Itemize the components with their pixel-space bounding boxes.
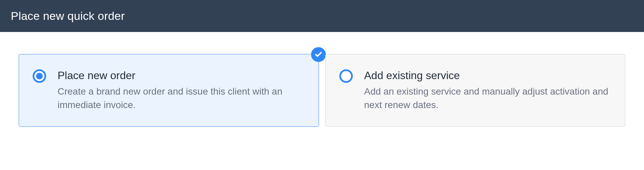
option-description: Add an existing service and manually adj… xyxy=(364,85,609,112)
option-add-existing-service[interactable]: Add existing service Add an existing ser… xyxy=(325,54,626,127)
options-container: Place new order Create a brand new order… xyxy=(0,32,644,140)
page-title: Place new quick order xyxy=(11,9,633,23)
radio-selected-icon xyxy=(33,69,46,83)
option-title: Add existing service xyxy=(364,69,609,83)
radio-inner-dot xyxy=(36,73,43,79)
option-text-block: Place new order Create a brand new order… xyxy=(58,69,302,112)
check-icon xyxy=(314,50,323,59)
selected-check-badge xyxy=(311,47,326,62)
option-title: Place new order xyxy=(58,69,302,83)
radio-unselected-icon xyxy=(339,69,353,83)
option-text-block: Add existing service Add an existing ser… xyxy=(364,69,609,112)
page-header: Place new quick order xyxy=(0,0,644,32)
option-place-new-order[interactable]: Place new order Create a brand new order… xyxy=(19,54,319,127)
option-description: Create a brand new order and issue this … xyxy=(58,85,302,112)
